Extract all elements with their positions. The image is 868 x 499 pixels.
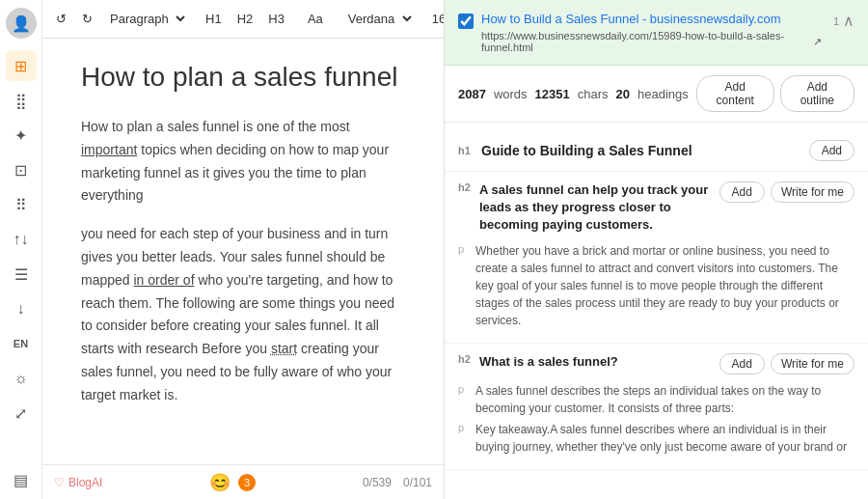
h2-write-button-1[interactable]: Write for me [771,181,854,203]
heading-count: 20 [616,87,630,101]
expand-icon: ⤢ [14,404,27,423]
h1-add-button[interactable]: Add [809,140,854,161]
editor-footer: ♡ BlogAI 😊 3 0/539 0/101 [42,464,444,499]
p-badge-2b: p [458,422,470,433]
blocks-icon: ⊞ [14,57,27,75]
outline-h2-actions-2: Add Write for me [719,353,854,374]
footer-emoji: 😊 [209,472,231,493]
sidebar-icon-apps[interactable]: ⊡ [6,154,37,185]
source-url: https://www.businessnewsdaily.com/15989-… [481,30,822,53]
sidebar-icon-expand[interactable]: ⤢ [6,398,37,429]
source-info: How to Build a Sales Funnel - businessne… [481,12,822,53]
font-size-input[interactable] [426,12,444,26]
sun-icon: ☼ [14,370,28,387]
right-panel: How to Build a Sales Funnel - businessne… [444,0,868,499]
editor-paragraph-1: How to plan a sales funnel is one of the… [81,116,405,208]
outline-h1-section: h1 Guide to Building a Sales Funnel Add [445,130,868,172]
source-checkbox[interactable] [458,14,474,29]
sidebar-icon-sun[interactable]: ☼ [6,363,37,394]
editor-content[interactable]: How to plan a sales funnel How to plan a… [42,39,444,464]
p-badge-1: p [458,243,470,255]
sidebar-icon-dots-grid[interactable]: ⠿ [6,189,37,220]
outline-p-text-1: Whether you have a brick and mortar or o… [475,242,854,329]
editor-area: ↺ ↻ Paragraph H1 H2 H3 Aa Verdana ☺ ✒ 🖊 … [42,0,444,499]
sidebar-icon-settings[interactable]: ▤ [6,464,37,495]
outline-paragraph-2a: p A sales funnel describes the steps an … [458,382,854,417]
aa-button[interactable]: Aa [302,9,329,29]
paragraph-select[interactable]: Paragraph [102,8,188,30]
h2-add-button-1[interactable]: Add [719,181,765,203]
editor-body[interactable]: How to plan a sales funnel is one of the… [81,116,405,407]
source-title[interactable]: How to Build a Sales Funnel - businessne… [481,12,822,26]
h1-badge: h1 [458,145,474,156]
sidebar-icon-grid[interactable]: ⣿ [6,85,37,116]
notification-badge: 3 [238,474,256,491]
outline-h2-section-1: h2 A sales funnel can help you track you… [445,172,868,344]
outline-h2-actions-1: Add Write for me [719,181,854,203]
sidebar-icon-download[interactable]: ↓ [6,293,37,324]
add-outline-button[interactable]: Add outline [780,75,854,112]
source-collapse-button[interactable]: ∧ [843,12,854,30]
p-badge-2a: p [458,383,470,395]
sidebar: 👤 ⊞ ⣿ ✦ ⊡ ⠿ ↑↓ ☰ ↓ EN ☼ ⤢ ▤ [0,0,42,499]
stats-buttons: Add content Add outline [696,75,854,112]
brand-name: BlogAI [68,476,102,489]
h3-button[interactable]: H3 [262,9,290,29]
outline-content: h1 Guide to Building a Sales Funnel Add … [445,123,868,499]
avatar[interactable]: 👤 [6,8,37,39]
add-content-button[interactable]: Add content [696,75,774,112]
char-count: 12351 [535,87,570,101]
external-link-icon: ↗ [813,36,822,48]
editor-paragraph-2: you need for each step of your business … [81,223,405,406]
h2-add-button-2[interactable]: Add [719,353,765,374]
outline-paragraph-2b: p Key takeaway.A sales funnel describes … [458,421,854,456]
dots-grid-icon: ⠿ [15,196,27,214]
chart-icon: ↑↓ [14,231,29,248]
settings-icon: ▤ [14,471,28,489]
count2: 0/101 [403,476,432,489]
font-select[interactable]: Verdana [340,8,415,30]
sidebar-icon-sparkle[interactable]: ✦ [6,120,37,151]
outline-h2-header-2: h2 What is a sales funnel? Add Write for… [458,353,854,374]
words-label: words [494,87,528,101]
editor-title: How to plan a sales funnel [81,62,405,93]
sidebar-icon-layers[interactable]: ☰ [6,259,37,290]
outline-p-text-2a: A sales funnel describes the steps an in… [475,382,854,417]
toolbar: ↺ ↻ Paragraph H1 H2 H3 Aa Verdana ☺ ✒ 🖊 … [42,0,444,39]
word-count: 2087 [458,87,486,101]
outline-p-text-2b: Key takeaway.A sales funnel describes wh… [475,421,854,456]
sidebar-icon-lang[interactable]: EN [6,328,37,359]
source-num: 1 [833,15,839,27]
important-text: important [81,142,137,157]
h2-button[interactable]: H2 [231,9,259,29]
in-order-text: in order of [133,272,194,288]
stats-bar: 2087 words 12351 chars 20 headings Add c… [445,66,868,123]
outline-paragraph-1: p Whether you have a brick and mortar or… [458,242,854,329]
footer-counts: 0/539 0/101 [363,476,432,489]
undo-button[interactable]: ↺ [50,9,72,29]
outline-h2-section-2: h2 What is a sales funnel? Add Write for… [445,344,868,470]
outline-h1-title: Guide to Building a Sales Funnel [481,143,692,158]
heart-icon: ♡ [54,476,65,489]
download-icon: ↓ [17,300,25,318]
apps-icon: ⊡ [14,161,27,180]
start-text: start [271,341,297,356]
grid-icon: ⣿ [15,92,27,110]
lang-icon: EN [14,338,28,349]
avatar-icon: 👤 [12,14,31,33]
outline-h2-header-1: h2 A sales funnel can help you track you… [458,181,854,235]
headings-label: headings [637,87,689,101]
sparkle-icon: ✦ [14,126,27,145]
sidebar-icon-blocks[interactable]: ⊞ [6,50,37,81]
h2-badge-2: h2 [458,353,474,365]
brand-label: ♡ BlogAI [54,476,102,489]
layers-icon: ☰ [14,265,28,284]
outline-h1-row: h1 Guide to Building a Sales Funnel Add [458,140,854,161]
h2-write-button-2[interactable]: Write for me [771,353,854,374]
chars-label: chars [578,87,609,101]
sidebar-icon-chart[interactable]: ↑↓ [6,224,37,255]
h2-badge-1: h2 [458,181,474,193]
h1-button[interactable]: H1 [200,9,228,29]
redo-button[interactable]: ↻ [76,9,98,29]
outline-h1-label: h1 Guide to Building a Sales Funnel [458,143,692,158]
